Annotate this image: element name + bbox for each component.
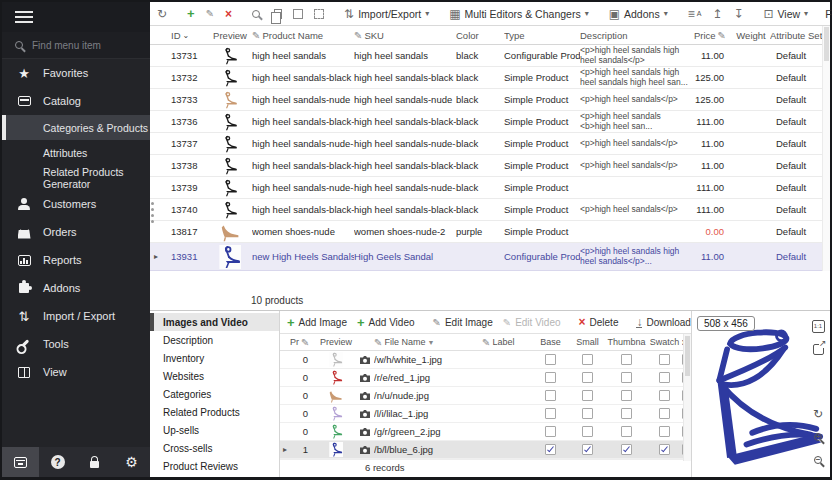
cell-camera[interactable] [356,409,374,419]
addons-menu[interactable]: ▣ Addons ▾ [606,5,671,23]
checkbox[interactable] [582,372,593,383]
column-header-base[interactable]: Base [532,337,569,347]
checkbox[interactable] [659,372,670,383]
collapse-all-button[interactable]: ↧ [730,5,746,23]
import-export-menu[interactable]: ⇅ Import/Export ▾ [341,5,432,23]
sidebar-item-addons[interactable]: Addons [2,274,150,302]
image-row-white_1.jpg[interactable]: 0/w/h/white_1.jpg [280,351,691,369]
edit-product-button[interactable]: ✎ [203,6,217,21]
sidebar-item-orders[interactable]: Orders [2,218,150,246]
tab-product-reviews[interactable]: Product Reviews [150,457,279,475]
delete-image-button[interactable]: ×Delete [576,313,622,331]
image-row-green_2.jpg[interactable]: 0/g/r/green_2.jpg [280,423,691,441]
refresh-button[interactable]: ↻ [154,5,170,23]
product-row-13739[interactable]: 13739high heel sandals-nude-37high heel … [150,177,830,199]
sidebar-subitem-attributes[interactable]: Attributes [2,140,150,165]
checkbox[interactable] [582,408,593,419]
image-row-lilac_1.jpg[interactable]: 0/l/i/lilac_1.jpg [280,405,691,423]
sidebar-item-favorites[interactable]: ★Favorites [2,59,150,87]
image-row-blue_6.jpg[interactable]: ▸1/b/l/blue_6.jpg [280,441,691,459]
column-header-color[interactable]: Color [456,30,504,41]
checkbox[interactable] [582,354,593,365]
cell-camera[interactable] [356,355,374,365]
tab-up-sells[interactable]: Up-sells [150,421,279,439]
images-scrollbar[interactable] [683,334,691,461]
product-row-13736[interactable]: 13736high heel sandals-black-36high heel… [150,111,830,133]
column-header-type[interactable]: Type [504,30,580,41]
checkbox[interactable] [659,426,670,437]
sidebar-item-import-export[interactable]: ⇅Import / Export [2,302,150,330]
edit-video-button[interactable]: ✎Edit Video [500,315,564,330]
rotate-button[interactable]: ↻ [811,407,825,421]
cell-camera[interactable] [356,373,374,383]
tab-categories[interactable]: Categories [150,385,279,403]
tab-related-products[interactable]: Related Products [150,403,279,421]
checkbox[interactable] [545,444,556,455]
zoom-in-button[interactable]: + [811,430,825,444]
checkbox[interactable] [545,354,556,365]
column-header-product-name[interactable]: ✎Product Name [252,30,354,41]
row-expander[interactable]: ▸ [150,252,162,261]
actual-size-button[interactable]: 1:1 [811,319,825,333]
sidebar-item-view[interactable]: View [2,358,150,386]
sidebar-subitem-related-products-generator[interactable]: Related Products Generator [2,165,150,190]
sidebar-item-customers[interactable]: Customers [2,190,150,218]
column-header-swatch[interactable]: Swatch [647,337,682,347]
column-header-sku[interactable]: ✎SKU [354,30,456,41]
product-row-13931[interactable]: ▸13931new High Heels SandalsHigh Geels S… [150,243,830,271]
product-row-13731[interactable]: 13731high heel sandalshigh heel sandalsb… [150,45,830,67]
column-header-price[interactable]: Price✎ [688,30,732,41]
delete-product-button[interactable]: × [222,5,235,23]
tab-inventory[interactable]: Inventory [150,349,279,367]
cell-camera[interactable] [356,445,374,455]
checkbox[interactable] [659,390,670,401]
view-menu[interactable]: ⊡ View ▾ [760,5,811,23]
sidebar-search[interactable]: Find menu item [2,32,150,59]
help-button[interactable]: ? [39,447,76,477]
checkbox[interactable] [659,444,670,455]
checkbox[interactable] [621,426,632,437]
checkbox[interactable] [545,372,556,383]
edit-image-button[interactable]: ✎Edit Image [430,315,496,330]
checkbox[interactable] [545,426,556,437]
search-products-button[interactable] [249,8,263,20]
sidebar-subitem-categories-products[interactable]: Categories & Products [2,115,150,140]
checkbox[interactable] [582,426,593,437]
column-header-thumbna[interactable]: Thumbna [606,337,647,347]
tab-cross-sells[interactable]: Cross-sells [150,439,279,457]
product-row-13737[interactable]: 13737high heel sandals-nude-36high heel … [150,133,830,155]
splitter-handle[interactable] [151,202,156,223]
column-header-pr[interactable]: Pr✎ [290,337,316,348]
checkbox[interactable] [621,390,632,401]
download-image-button[interactable]: ↓Download Image [633,315,691,330]
sidebar-item-catalog[interactable]: Catalog [2,87,150,115]
column-header-description[interactable]: Description [580,30,688,41]
checkbox[interactable] [545,408,556,419]
checkbox[interactable] [621,354,632,365]
sidebar-item-tools[interactable]: Tools [2,330,150,358]
add-image-button[interactable]: +Add Image [284,313,350,332]
open-external-button[interactable] [811,342,825,356]
column-header-weight[interactable]: Weight [732,30,770,41]
cell-camera[interactable] [356,427,374,437]
expand-all-button[interactable]: ↥ [709,5,725,23]
select-button[interactable] [290,7,306,21]
hamburger-menu-icon[interactable] [15,8,33,26]
checkbox[interactable] [545,390,556,401]
multi-editors-menu[interactable]: ▦ Multi Editors & Changers ▾ [446,5,592,23]
backup-button[interactable] [2,447,39,477]
product-row-13733[interactable]: 13733high heel sandals-nudehigh heel san… [150,89,830,111]
image-row-nude.jpg[interactable]: 0/n/u/nude.jpg [280,387,691,405]
paste-button[interactable] [311,7,327,21]
product-row-13740[interactable]: 13740high heel sandals-black-38high heel… [150,199,830,221]
product-row-13738[interactable]: 13738high heel sandals-black-37high heel… [150,155,830,177]
checkbox[interactable] [621,408,632,419]
row-expander[interactable]: ▸ [280,445,290,454]
column-header-file-name[interactable]: ✎File Name▼ [374,337,482,348]
filter-row-button[interactable]: ≡A [685,5,705,23]
column-header-preview[interactable]: Preview [316,337,356,347]
settings-button[interactable]: ⚙ [113,447,150,477]
column-header-preview[interactable]: Preview [208,30,252,41]
column-header-id[interactable]: ID⌄ [162,30,208,41]
sidebar-item-reports[interactable]: Reports [2,246,150,274]
